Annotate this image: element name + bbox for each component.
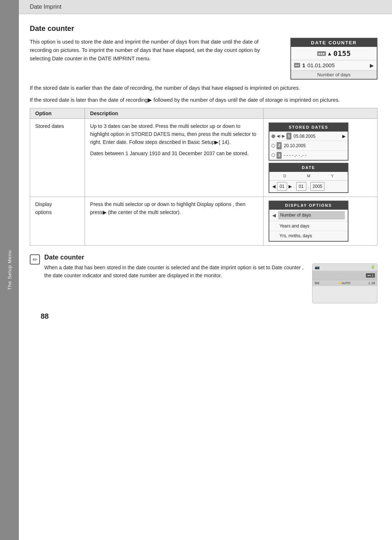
dc-row2: ▪▪▪ 1 01.01.2005 ▶ (291, 60, 377, 70)
do-item-0: Number of days (278, 211, 345, 219)
do-row-2: Yrs, mnths, days (269, 231, 348, 241)
ds-val-d: 01 (277, 182, 287, 191)
ds-arrow-right-d: ▶ (289, 183, 292, 190)
intro-para-3: If the stored date is later than the dat… (30, 96, 377, 104)
dc-row1: ▪▪▪ ▲ 0155 (291, 47, 377, 60)
do-row-0: ◀ Number of days (269, 210, 348, 221)
camera-icon: 📷 (315, 265, 320, 270)
date-sub-panel: DATE D M Y ◀ 01 ▶ . (269, 163, 348, 193)
col-desc-header: Description (85, 108, 264, 119)
do-item-1: Years and days (272, 223, 345, 230)
ct-auto: ⚡AUTO (338, 281, 351, 285)
intro-text: This option is used to store the date an… (30, 38, 282, 80)
option-cell-stored: Stored dates (30, 119, 85, 197)
table-row: Stored dates Up to 3 dates can be stored… (30, 119, 377, 197)
ct-top: 📷 🔋 (313, 264, 377, 271)
dc-title: DATE COUNTER (291, 39, 377, 47)
note-heading: Date counter (44, 254, 377, 261)
do-title: DISPLAY OPTIONS (269, 201, 348, 210)
col-diagram-header (264, 108, 377, 119)
desc-display-1: Press the multi selector up or down to h… (90, 201, 258, 216)
ds-labels: D M Y (269, 172, 348, 181)
sd-row-1: ◀○▶ 1 05.08.2005 ▶ (269, 132, 348, 141)
main-table: Option Description Stored dates Up to 3 … (30, 108, 377, 246)
ds-title: DATE (269, 164, 348, 172)
sd-date-2: 20.10.2005 (284, 142, 346, 149)
note-section: ✏ Date counter When a date that has been… (30, 254, 377, 303)
ct-5m: 5M (315, 281, 319, 285)
option-label-stored: Stored dates (35, 123, 64, 129)
desc-stored-2: Dates between 1 January 1910 and 31 Dece… (90, 150, 258, 158)
sd-num-3: 3 (277, 152, 282, 159)
intro-para-2: If the stored date is earlier than the d… (30, 84, 377, 92)
sd-bullet-3 (271, 153, 275, 157)
ds-dot-2: , (308, 183, 309, 190)
ct-bottom: 5M ⚡AUTO L 19 (313, 280, 377, 286)
intro-row: This option is used to store the date an… (30, 38, 377, 80)
ct-badge: ▪▪▪ 1 (366, 273, 375, 278)
sd-row-2: 2 20.10.2005 (269, 141, 348, 150)
dc-label: Number of days (291, 70, 377, 79)
dc-number: 0155 (333, 49, 351, 58)
sd-date-3: - - - - ,- - ,- - (284, 152, 346, 159)
sd-num-2: 2 (277, 142, 282, 149)
ds-arrow-left: ◀ (272, 183, 275, 190)
diagram-cell-stored: STORED DATES ◀○▶ 1 05.08.2005 ▶ (264, 119, 377, 197)
section-heading: Date counter (30, 24, 377, 33)
note-text: When a date that has been stored in the … (44, 263, 305, 280)
battery-icon: 🔋 (371, 265, 375, 270)
sd-date-1: 05.08.2005 (294, 133, 341, 140)
intro-para-1: This option is used to store the date an… (30, 38, 282, 63)
display-opts-panel: DISPLAY OPTIONS ◀ Number of days Years a… (269, 201, 348, 242)
ds-label-m: M (307, 173, 310, 179)
do-arrow-left: ◀ (272, 212, 276, 219)
ds-label-y: Y (331, 173, 334, 179)
sd-row-3: 3 - - - - ,- - ,- - (269, 151, 348, 160)
sidebar-label: The Setup Menu (7, 250, 12, 290)
option-label-display: Displayoptions (35, 201, 52, 215)
note-content: Date counter When a date that has been s… (44, 254, 377, 303)
dc-num2: 1 (302, 62, 305, 68)
header-bar: Date Imprint (19, 0, 392, 14)
desc-cell-stored: Up to 3 dates can be stored. Press the m… (85, 119, 264, 197)
diagram-cell-display: DISPLAY OPTIONS ◀ Number of days Years a… (264, 197, 377, 246)
dc-arrow-right: ▶ (370, 63, 374, 68)
ct-lr: L 19 (369, 281, 375, 285)
ct-main: ▪▪▪ 1 (313, 271, 377, 280)
table-row: Displayoptions Press the multi selector … (30, 197, 377, 246)
note-row: When a date that has been stored in the … (44, 263, 377, 303)
sd-bullet-1 (271, 134, 275, 138)
ds-label-d: D (283, 173, 286, 179)
dc-icon2: ▪▪▪ (294, 63, 300, 68)
camera-thumbnail: 📷 🔋 ▪▪▪ 1 5M ⚡AUTO L 1 (312, 263, 377, 303)
sd-arrow-1: ▶ (342, 133, 346, 140)
page-number: 88 (30, 309, 377, 324)
stored-dates-panel: STORED DATES ◀○▶ 1 05.08.2005 ▶ (269, 122, 348, 160)
pencil-icon: ✏ (33, 256, 37, 263)
header-title: Date Imprint (30, 4, 61, 10)
content-body: Date counter This option is used to stor… (19, 14, 392, 540)
col-option-header: Option (30, 108, 85, 119)
do-row-1: Years and days (269, 221, 348, 231)
ds-dot-1: . (293, 183, 295, 190)
desc-cell-display: Press the multi selector up or down to h… (85, 197, 264, 246)
dc-arrow-up: ▲ (328, 51, 331, 56)
ds-val-y: 2005 (310, 182, 324, 191)
date-counter-box: DATE COUNTER ▪▪▪ ▲ 0155 ▪▪▪ 1 01.01.2005… (290, 38, 377, 80)
dc-icon1: ▪▪▪ (317, 51, 326, 56)
do-item-2: Yrs, mnths, days (272, 233, 345, 239)
option-cell-display: Displayoptions (30, 197, 85, 246)
sd-num-1: 1 (286, 133, 291, 140)
main-content: Date Imprint Date counter This option is… (19, 0, 392, 540)
sidebar-tab: The Setup Menu (0, 0, 19, 540)
ds-val-m: 01 (296, 182, 306, 191)
ds-values: ◀ 01 ▶ . 01 , 2005 (269, 181, 348, 193)
desc-stored-1: Up to 3 dates can be stored. Press the m… (90, 122, 258, 146)
sd-bullet-2 (271, 144, 275, 148)
sd-title: STORED DATES (269, 123, 348, 132)
dc-date: 01.01.2005 (307, 62, 368, 68)
note-icon: ✏ (30, 254, 40, 265)
